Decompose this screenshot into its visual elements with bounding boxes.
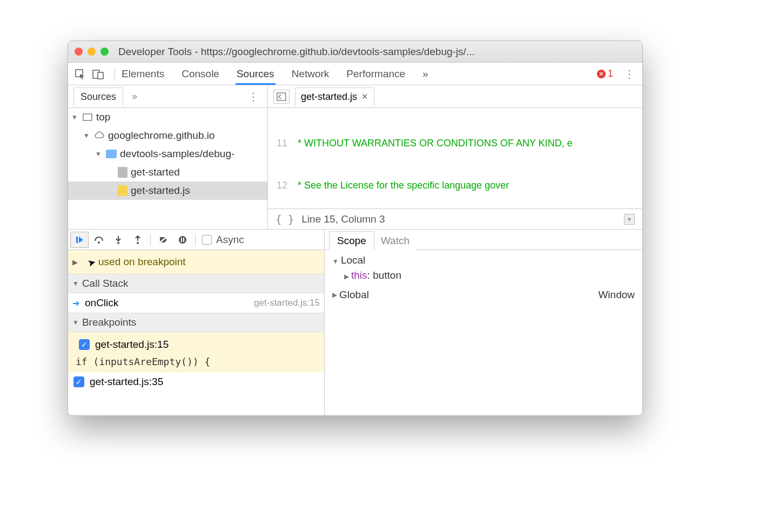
- tree-label: top: [96, 111, 110, 123]
- frame-icon: [82, 112, 93, 123]
- cloud-icon: [94, 130, 105, 141]
- scope-global[interactable]: ▶Global Window: [332, 289, 635, 301]
- debug-sidebar: Async ▶ ➤ used on breakpoint ▼ Call Stac…: [68, 230, 325, 415]
- panel-tabs: Elements Console Sources Network Perform…: [120, 63, 597, 85]
- breakpoint-location: get-started.js:15: [95, 339, 169, 351]
- coverage-toggle-icon[interactable]: ▼: [624, 214, 635, 225]
- tree-node-top[interactable]: ▼ top: [68, 108, 267, 126]
- tab-watch[interactable]: Watch: [374, 232, 416, 250]
- nav-menu-icon[interactable]: ⋮: [245, 90, 262, 103]
- debug-toolbar: Async: [68, 230, 324, 250]
- navigator-tabs: Sources » ⋮: [68, 85, 267, 108]
- inspect-icon[interactable]: [72, 66, 88, 82]
- pause-exceptions-button[interactable]: [173, 232, 192, 248]
- expand-icon[interactable]: ▼: [71, 113, 79, 121]
- tab-console[interactable]: Console: [180, 63, 220, 85]
- tree-node-file[interactable]: get-started: [68, 163, 267, 181]
- async-label: Async: [216, 234, 244, 246]
- scope-body: ▼Local ▶this: button ▶Global Window: [325, 250, 642, 305]
- tab-elements[interactable]: Elements: [120, 63, 165, 85]
- maximize-icon[interactable]: [100, 48, 109, 56]
- pretty-print-icon[interactable]: { }: [276, 213, 294, 225]
- editor-status-bar: { } Line 15, Column 3 ▼: [268, 208, 642, 229]
- step-into-button[interactable]: [109, 232, 127, 248]
- close-icon[interactable]: ✕: [361, 92, 368, 102]
- line-number[interactable]: 12: [268, 178, 293, 192]
- scope-label: Global: [339, 289, 369, 301]
- scope-property[interactable]: ▶this: button: [332, 270, 635, 281]
- js-file-icon: [118, 185, 127, 196]
- step-over-button[interactable]: [90, 232, 108, 248]
- tree-label: get-started: [131, 166, 180, 178]
- code-line: * See the License for the specific langu…: [293, 178, 642, 192]
- breakpoint-item[interactable]: ✓ get-started.js:35: [68, 373, 324, 391]
- settings-menu-icon[interactable]: ⋮: [621, 68, 638, 80]
- expand-icon[interactable]: ▼: [83, 132, 91, 139]
- breakpoint-item[interactable]: ✓ get-started.js:15 if (inputsAreEmpty()…: [68, 332, 324, 373]
- section-title: Call Stack: [82, 278, 129, 289]
- svg-rect-11: [181, 238, 182, 242]
- collapse-icon[interactable]: ▶: [72, 258, 78, 266]
- error-icon: ✕: [597, 70, 606, 78]
- close-icon[interactable]: [75, 48, 83, 56]
- expand-icon[interactable]: ▼: [95, 150, 103, 158]
- collapse-icon[interactable]: ▼: [332, 258, 339, 265]
- editor-tab-name: get-started.js: [301, 91, 357, 103]
- error-indicator[interactable]: ✕ 1: [597, 68, 613, 79]
- cursor-icon: ➤: [86, 255, 97, 269]
- editor-nav-icon[interactable]: [273, 90, 290, 104]
- svg-point-8: [137, 242, 139, 244]
- scope-label: Local: [341, 254, 365, 266]
- expand-icon[interactable]: ▶: [344, 273, 349, 280]
- breakpoint-code: if (inputsAreEmpty()) {: [73, 354, 319, 367]
- checkbox-icon[interactable]: [202, 235, 212, 245]
- prop-name: this: [351, 270, 367, 281]
- tree-node-folder[interactable]: ▼ devtools-samples/debug-: [68, 145, 267, 163]
- traffic-lights: [75, 48, 109, 56]
- collapse-icon[interactable]: ▼: [72, 280, 79, 287]
- error-count: 1: [608, 68, 613, 79]
- tabs-overflow[interactable]: »: [421, 63, 429, 85]
- frame-location: get-started.js:15: [254, 298, 320, 308]
- expand-icon[interactable]: ▶: [332, 291, 337, 299]
- scope-tabs: Scope Watch: [325, 230, 642, 250]
- code-editor[interactable]: 11 * WITHOUT WARRANTIES OR CONDITIONS OF…: [268, 108, 642, 208]
- checkbox-checked-icon[interactable]: ✓: [73, 376, 84, 387]
- device-toggle-icon[interactable]: [91, 66, 106, 82]
- current-frame-icon: ➔: [72, 298, 79, 308]
- nav-tabs-overflow[interactable]: »: [132, 91, 137, 102]
- prop-value: button: [373, 270, 401, 281]
- paused-banner[interactable]: ▶ ➤ used on breakpoint: [68, 250, 324, 274]
- scope-pane: Scope Watch ▼Local ▶this: button ▶Global…: [325, 230, 642, 415]
- tree-label: get-started.js: [131, 185, 190, 197]
- resume-button[interactable]: [70, 232, 89, 248]
- tab-performance[interactable]: Performance: [345, 63, 406, 85]
- minimize-icon[interactable]: [88, 48, 96, 56]
- code-line: * WITHOUT WARRANTIES OR CONDITIONS OF AN…: [293, 136, 642, 150]
- svg-rect-5: [76, 237, 78, 243]
- call-frame[interactable]: ➔ onClick get-started.js:15: [68, 293, 324, 313]
- tab-network[interactable]: Network: [291, 63, 331, 85]
- tab-scope[interactable]: Scope: [329, 231, 374, 250]
- editor-tab[interactable]: get-started.js ✕: [295, 87, 374, 106]
- collapse-icon[interactable]: ▼: [72, 319, 79, 326]
- tree-node-domain[interactable]: ▼ googlechrome.github.io: [68, 126, 267, 145]
- paused-text: used on breakpoint: [98, 256, 186, 268]
- tab-sources[interactable]: Sources: [236, 63, 276, 85]
- main-toolbar: Elements Console Sources Network Perform…: [68, 63, 642, 85]
- tree-label: devtools-samples/debug-: [120, 148, 234, 160]
- svg-rect-12: [183, 238, 184, 242]
- svg-point-6: [98, 241, 100, 244]
- section-breakpoints[interactable]: ▼ Breakpoints: [68, 313, 324, 332]
- nav-tab-sources[interactable]: Sources: [73, 87, 123, 106]
- line-number[interactable]: 11: [268, 136, 293, 150]
- tree-label: googlechrome.github.io: [108, 130, 215, 142]
- async-toggle[interactable]: Async: [202, 234, 244, 246]
- scope-local[interactable]: ▼Local: [332, 254, 635, 266]
- checkbox-checked-icon[interactable]: ✓: [79, 339, 90, 350]
- folder-icon: [106, 150, 117, 158]
- section-call-stack[interactable]: ▼ Call Stack: [68, 274, 324, 293]
- deactivate-breakpoints-button[interactable]: [154, 232, 172, 248]
- tree-node-file-selected[interactable]: get-started.js: [68, 181, 267, 200]
- step-out-button[interactable]: [129, 232, 147, 248]
